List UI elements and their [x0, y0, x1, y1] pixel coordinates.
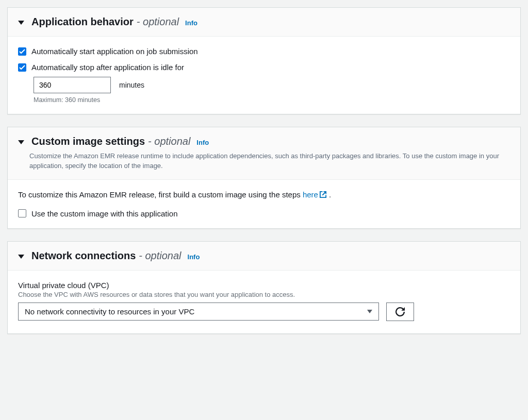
caret-down-icon [18, 21, 24, 25]
idle-minutes-unit: minutes [119, 81, 144, 89]
chevron-down-icon [367, 310, 372, 313]
vpc-label: Virtual private cloud (VPC) [18, 281, 510, 290]
auto-start-checkbox[interactable] [18, 47, 26, 56]
external-link-icon [319, 191, 327, 200]
vpc-description: Choose the VPC with AWS resources or dat… [18, 291, 510, 298]
panel-description: Customize the Amazon EMR release runtime… [29, 152, 510, 171]
caret-down-icon [18, 140, 24, 144]
checkmark-icon [19, 65, 25, 70]
panel-title-suffix: - optional [139, 250, 181, 262]
vpc-select-row: No network connectivity to resources in … [18, 303, 510, 321]
panel-title-row[interactable]: Network connections - optional Info [18, 250, 510, 262]
panel-title: Network connections [31, 250, 136, 262]
panel-title-suffix: - optional [148, 136, 190, 147]
info-link[interactable]: Info [185, 19, 197, 27]
use-custom-label: Use the custom image with this applicati… [31, 209, 177, 218]
customize-instructions: To customize this Amazon EMR release, fi… [18, 190, 510, 200]
auto-stop-label: Automatically stop after application is … [31, 63, 184, 72]
customize-text-pre: To customize this Amazon EMR release, fi… [18, 190, 303, 199]
idle-minutes-hint: Maximum: 360 minutes [34, 96, 510, 104]
panel-title: Application behavior [31, 16, 134, 28]
use-custom-checkbox[interactable] [18, 209, 26, 217]
refresh-button[interactable] [386, 303, 414, 321]
panel-body: Automatically start application on job s… [8, 37, 520, 114]
info-link[interactable]: Info [196, 139, 209, 146]
panel-title-suffix: - optional [137, 16, 179, 28]
customize-text-post: . [327, 190, 331, 199]
checkmark-icon [19, 49, 25, 54]
panel-body: Virtual private cloud (VPC) Choose the V… [8, 271, 520, 333]
auto-stop-checkbox-row: Automatically stop after application is … [18, 63, 510, 72]
auto-start-checkbox-row: Automatically start application on job s… [18, 47, 510, 56]
panel-header: Custom image settings - optional Info Cu… [8, 127, 520, 180]
panel-title-row[interactable]: Application behavior - optional Info [18, 16, 510, 28]
caret-down-icon [18, 255, 24, 259]
custom-image-panel: Custom image settings - optional Info Cu… [7, 127, 521, 229]
vpc-selected-value: No network connectivity to resources in … [25, 307, 194, 316]
panel-body: To customize this Amazon EMR release, fi… [8, 180, 520, 228]
application-behavior-panel: Application behavior - optional Info Aut… [7, 7, 521, 114]
auto-start-label: Automatically start application on job s… [31, 47, 198, 56]
network-connections-panel: Network connections - optional Info Virt… [7, 241, 521, 334]
auto-stop-checkbox[interactable] [18, 63, 26, 72]
idle-minutes-row: minutes [34, 77, 510, 93]
panel-header: Network connections - optional Info [8, 242, 520, 271]
idle-minutes-input[interactable] [34, 77, 111, 93]
build-image-link[interactable]: here [303, 190, 327, 199]
panel-header: Application behavior - optional Info [8, 8, 520, 37]
use-custom-checkbox-row: Use the custom image with this applicati… [18, 209, 510, 218]
info-link[interactable]: Info [188, 253, 200, 261]
refresh-icon [395, 307, 405, 316]
panel-title-row[interactable]: Custom image settings - optional Info [18, 136, 510, 147]
panel-title: Custom image settings [31, 136, 145, 147]
vpc-select[interactable]: No network connectivity to resources in … [18, 303, 379, 321]
